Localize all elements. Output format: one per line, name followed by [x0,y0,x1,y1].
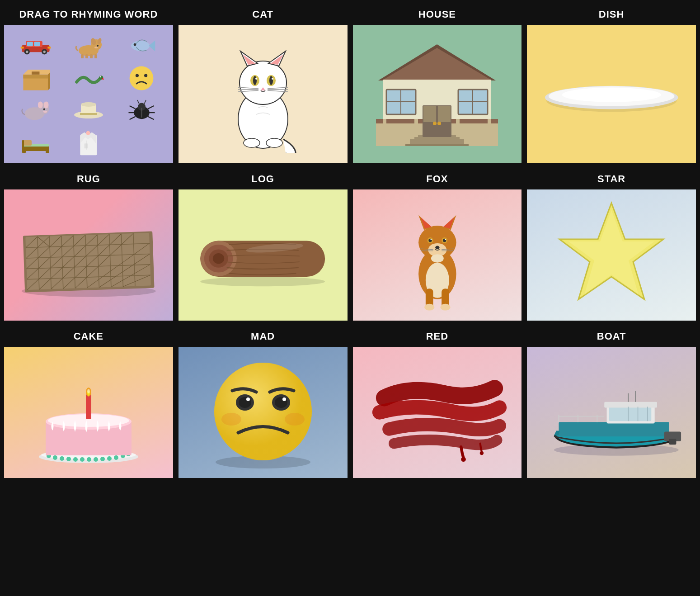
svg-line-45 [130,106,136,109]
svg-point-20 [131,41,150,51]
svg-point-203 [214,363,312,460]
body-boat[interactable] [527,347,696,478]
svg-point-7 [43,51,45,53]
header-cake: CAKE [4,326,173,347]
svg-rect-197 [86,394,91,419]
svg-rect-95 [423,106,436,122]
svg-point-36 [43,102,48,109]
body-drag[interactable] [4,25,173,163]
svg-point-186 [80,457,85,462]
svg-point-41 [81,102,96,107]
svg-rect-3 [34,42,40,46]
svg-point-84 [244,138,260,147]
drag-item-mouse[interactable] [10,95,61,125]
header-red: RED [353,326,522,347]
svg-rect-42 [80,113,97,115]
drag-item-box[interactable] [10,63,61,93]
svg-rect-58 [46,149,49,153]
body-fox[interactable] [353,189,522,321]
svg-rect-215 [559,422,669,436]
svg-line-52 [144,100,146,104]
svg-rect-8 [20,47,23,48]
body-red[interactable] [353,347,522,478]
header-fox: FOX [353,169,522,189]
cell-fox: FOX [352,167,523,322]
svg-rect-107 [383,119,386,144]
svg-rect-18 [90,54,93,58]
svg-rect-59 [22,140,24,150]
svg-point-188 [94,457,98,462]
svg-point-166 [445,239,446,240]
red-image [365,359,509,465]
svg-point-185 [73,457,78,462]
body-cake[interactable] [4,347,173,478]
drag-item-dog[interactable] [63,31,113,61]
body-dish[interactable] [527,25,696,163]
cell-boat: BOAT [526,325,697,479]
svg-line-48 [148,106,154,109]
svg-point-32 [144,74,147,77]
body-star[interactable] [527,189,696,321]
body-house[interactable] [353,25,522,163]
svg-point-30 [130,66,154,90]
cell-red: RED [352,325,523,479]
svg-rect-24 [23,74,48,78]
svg-rect-17 [85,54,88,58]
cell-cake: CAKE [3,325,174,479]
svg-point-209 [282,397,286,401]
drag-item-snake[interactable] [63,63,113,93]
svg-point-165 [430,239,432,240]
cell-mad: MAD [177,325,349,479]
body-cat[interactable] [179,25,348,163]
svg-point-114 [562,88,661,102]
drag-item-sad[interactable] [117,63,167,93]
svg-point-75 [255,78,257,80]
dish-image [540,67,683,121]
svg-rect-63 [85,143,88,148]
drag-item-bed[interactable] [10,128,61,157]
svg-rect-217 [609,407,651,421]
svg-marker-21 [149,40,155,51]
drag-items-grid [9,29,169,159]
drag-item-fish[interactable] [117,31,167,61]
drag-item-bug[interactable] [117,95,167,125]
svg-point-29 [100,76,101,78]
svg-point-62 [86,131,90,135]
svg-rect-110 [456,119,460,137]
fox-image [395,196,479,314]
svg-point-211 [285,413,305,426]
svg-point-187 [87,457,91,462]
rug-image [17,207,160,303]
svg-point-15 [94,47,98,48]
svg-rect-2 [27,42,33,46]
svg-point-213 [480,451,484,455]
svg-point-66 [240,61,287,104]
svg-point-208 [246,397,250,401]
svg-line-50 [148,117,154,119]
drag-item-labcoat[interactable] [63,128,113,157]
header-drag: DRAG TO RHYMING WORD [4,4,173,25]
svg-point-35 [38,102,42,109]
svg-point-200 [87,389,90,393]
drag-item-car[interactable] [10,31,61,61]
body-rug[interactable] [4,189,173,321]
body-mad[interactable] [179,347,348,478]
house-image [369,35,505,153]
star-image [548,196,675,314]
header-boat: BOAT [527,326,696,347]
svg-rect-96 [438,106,451,122]
svg-rect-27 [32,71,39,75]
header-house: HOUSE [353,4,522,25]
body-log[interactable] [179,189,348,321]
boat-image [540,364,683,460]
svg-point-73 [253,76,257,85]
svg-line-47 [130,117,136,119]
svg-point-191 [114,455,118,460]
svg-point-175 [440,304,450,311]
svg-rect-218 [604,402,657,408]
cell-star: STAR [526,167,697,322]
header-dish: DISH [527,4,696,25]
drag-item-hat[interactable] [63,95,113,125]
svg-point-37 [43,109,45,110]
svg-point-174 [424,304,434,311]
